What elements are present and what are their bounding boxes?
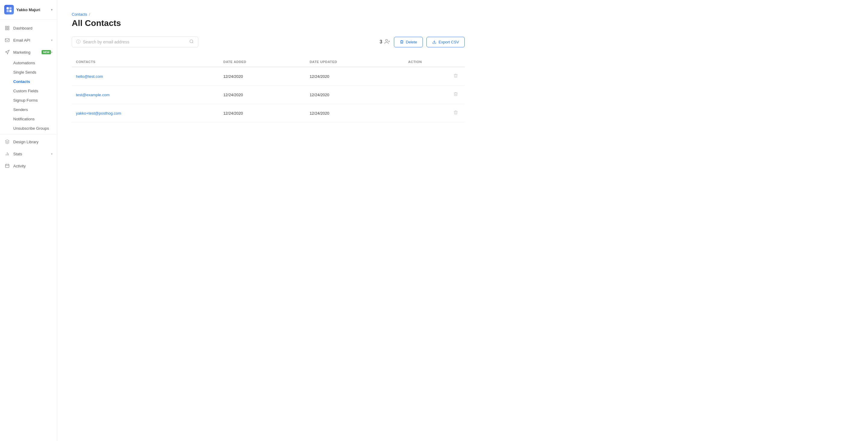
- activity-icon: [4, 163, 10, 169]
- activity-label: Activity: [13, 164, 53, 168]
- cell-action: [404, 67, 465, 86]
- design-library-label: Design Library: [13, 140, 53, 144]
- svg-rect-4: [5, 26, 7, 28]
- sidebar-item-single-sends[interactable]: Single Sends: [0, 67, 57, 77]
- contacts-count: 3: [380, 39, 390, 46]
- row-delete-button[interactable]: [451, 72, 461, 81]
- row-delete-button[interactable]: [451, 109, 461, 117]
- svg-rect-3: [9, 10, 12, 12]
- table-row: hello@test.com 12/24/2020 12/24/2020: [72, 67, 465, 86]
- user-name: Yakko Majuri: [16, 7, 51, 12]
- export-label: Export CSV: [438, 40, 459, 45]
- svg-rect-5: [7, 26, 9, 28]
- svg-rect-2: [7, 10, 9, 12]
- marketing-subnav: Automations Single Sends Contacts Custom…: [0, 58, 57, 133]
- cell-email: yakko+test@posthog.com: [72, 104, 219, 122]
- email-link[interactable]: hello@test.com: [76, 74, 103, 79]
- cell-date-updated: 12/24/2020: [305, 104, 404, 122]
- search-input[interactable]: [83, 39, 187, 45]
- stats-icon: [4, 151, 10, 157]
- main-content-area: Contacts / All Contacts ⓘ 3: [57, 0, 868, 441]
- count-number: 3: [380, 39, 382, 45]
- email-api-icon: [4, 37, 10, 43]
- contacts-table: CONTACTS DATE ADDED DATE UPDATED ACTION …: [72, 57, 465, 122]
- sidebar-item-stats[interactable]: Stats ▾: [0, 148, 57, 160]
- cell-action: [404, 86, 465, 104]
- table-row: test@example.com 12/24/2020 12/24/2020: [72, 86, 465, 104]
- sidebar-item-contacts[interactable]: Contacts: [0, 77, 57, 86]
- sidebar-item-email-api[interactable]: Email API ▾: [0, 34, 57, 46]
- breadcrumb: Contacts /: [72, 12, 465, 17]
- export-icon: [432, 40, 436, 44]
- sidebar-item-custom-fields[interactable]: Custom Fields: [0, 86, 57, 96]
- export-csv-button[interactable]: Export CSV: [427, 37, 465, 47]
- th-contacts: CONTACTS: [72, 57, 219, 67]
- marketing-chevron-icon: ▾: [51, 50, 53, 54]
- email-link[interactable]: test@example.com: [76, 93, 110, 97]
- sidebar-item-signup-forms[interactable]: Signup Forms: [0, 96, 57, 105]
- th-date-updated: DATE UPDATED: [305, 57, 404, 67]
- cell-email: hello@test.com: [72, 67, 219, 86]
- stats-label: Stats: [13, 152, 51, 156]
- search-wrapper: ⓘ: [72, 36, 198, 47]
- cell-date-added: 12/24/2020: [219, 104, 305, 122]
- stats-chevron-icon: ▾: [51, 152, 53, 156]
- delete-icon: [400, 40, 404, 44]
- contacts-icon: [384, 39, 390, 46]
- main-nav: Dashboard Email API ▾ Marketing NEW ▾ Au…: [0, 20, 57, 174]
- sidebar-item-design-library[interactable]: Design Library: [0, 136, 57, 148]
- marketing-label: Marketing: [13, 50, 40, 55]
- toolbar-right: 3 Delete: [380, 37, 465, 47]
- sidebar-item-dashboard[interactable]: Dashboard: [0, 22, 57, 34]
- user-menu[interactable]: Yakko Majuri ▾: [0, 0, 57, 20]
- search-icon: [189, 39, 194, 45]
- cell-date-updated: 12/24/2020: [305, 86, 404, 104]
- th-action: ACTION: [404, 57, 465, 67]
- sidebar-item-senders[interactable]: Senders: [0, 105, 57, 114]
- svg-rect-8: [5, 39, 9, 42]
- svg-rect-9: [5, 165, 9, 168]
- svg-rect-0: [7, 7, 9, 10]
- svg-point-11: [385, 39, 388, 41]
- delete-label: Delete: [406, 40, 417, 45]
- dashboard-icon: [4, 25, 10, 31]
- breadcrumb-separator: /: [89, 12, 90, 17]
- marketing-icon: [4, 49, 10, 55]
- app-logo: [4, 5, 14, 14]
- sidebar-item-notifications[interactable]: Notifications: [0, 114, 57, 124]
- nav-divider: [0, 134, 57, 135]
- dashboard-label: Dashboard: [13, 26, 53, 30]
- toolbar: ⓘ 3: [72, 36, 465, 47]
- sidebar-item-marketing[interactable]: Marketing NEW ▾: [0, 46, 57, 58]
- email-api-chevron-icon: ▾: [51, 38, 53, 42]
- email-api-label: Email API: [13, 38, 51, 42]
- sidebar-item-activity[interactable]: Activity: [0, 160, 57, 172]
- user-menu-chevron-icon: ▾: [51, 8, 53, 12]
- table-row: yakko+test@posthog.com 12/24/2020 12/24/…: [72, 104, 465, 122]
- svg-rect-1: [9, 7, 12, 10]
- cell-date-added: 12/24/2020: [219, 67, 305, 86]
- delete-button[interactable]: Delete: [394, 37, 423, 47]
- cell-date-added: 12/24/2020: [219, 86, 305, 104]
- sidebar-item-unsubscribe-groups[interactable]: Unsubscribe Groups: [0, 124, 57, 133]
- design-library-icon: [4, 139, 10, 145]
- marketing-badge: NEW: [41, 50, 51, 54]
- breadcrumb-contacts[interactable]: Contacts: [72, 12, 87, 17]
- search-info-icon: ⓘ: [76, 39, 81, 45]
- sidebar-item-automations[interactable]: Automations: [0, 58, 57, 67]
- row-delete-button[interactable]: [451, 90, 461, 99]
- sidebar: Yakko Majuri ▾ Dashboard Email API ▾: [0, 0, 57, 441]
- cell-email: test@example.com: [72, 86, 219, 104]
- cell-date-updated: 12/24/2020: [305, 67, 404, 86]
- cell-action: [404, 104, 465, 122]
- page-title: All Contacts: [72, 19, 465, 28]
- email-link[interactable]: yakko+test@posthog.com: [76, 111, 121, 116]
- th-date-added: DATE ADDED: [219, 57, 305, 67]
- svg-point-10: [190, 40, 193, 43]
- svg-rect-7: [7, 28, 9, 30]
- svg-rect-6: [5, 28, 7, 30]
